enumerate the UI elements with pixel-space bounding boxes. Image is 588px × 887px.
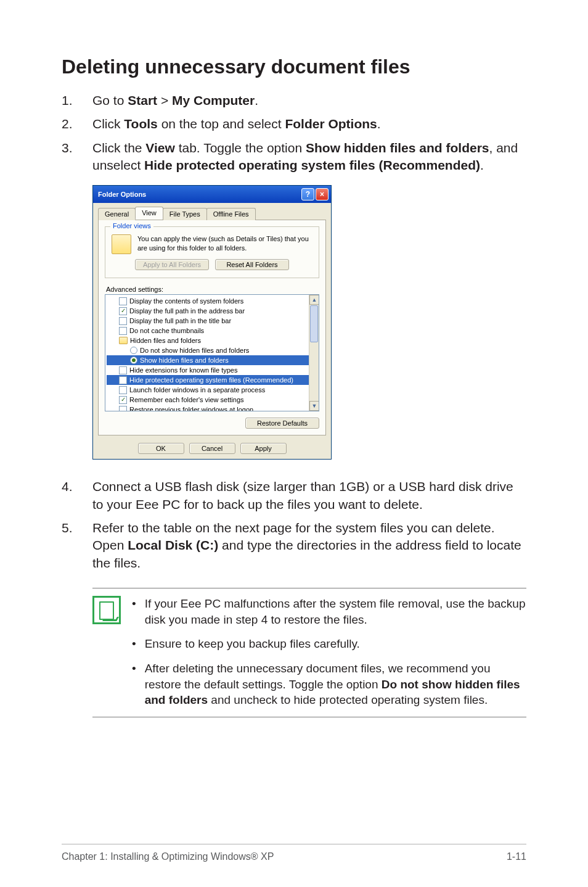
- scrollbar[interactable]: ▲ ▼: [309, 295, 319, 411]
- bold-tools: Tools: [124, 117, 157, 131]
- dialog-title: Folder Options: [98, 191, 146, 198]
- folder-views-row: You can apply the view (such as Details …: [112, 234, 312, 254]
- step-1: 1. Go to Start > My Computer.: [62, 92, 526, 109]
- tree-item[interactable]: Display the full path in the address bar: [107, 306, 319, 316]
- tree-label: Remember each folder's view settings: [129, 395, 244, 405]
- scroll-up-icon[interactable]: ▲: [309, 295, 319, 305]
- page: Deleting unnecessary document files 1. G…: [0, 0, 588, 887]
- tree-label: Hidden files and folders: [130, 336, 201, 345]
- advanced-settings-label: Advanced settings:: [106, 286, 319, 293]
- tab-file-types[interactable]: File Types: [163, 208, 207, 220]
- note-icon: [92, 596, 121, 624]
- checkbox-icon[interactable]: [119, 297, 127, 305]
- cancel-button[interactable]: Cancel: [189, 443, 235, 454]
- titlebar: Folder Options ? ×: [93, 186, 331, 203]
- step-2: 2. Click Tools on the top and select Fol…: [62, 115, 526, 133]
- tree-item-selected[interactable]: Hide protected operating system files (R…: [107, 375, 319, 385]
- text: Click the: [92, 141, 145, 155]
- heading: Deleting unnecessary document files: [62, 56, 526, 78]
- folder-views-text: You can apply the view (such as Details …: [137, 234, 312, 252]
- text: Click: [92, 117, 124, 131]
- checkbox-icon[interactable]: [119, 366, 127, 374]
- folder-options-dialog: Folder Options ? × General View File Typ…: [92, 185, 332, 460]
- step-number: 3.: [62, 139, 92, 175]
- footer-right: 1-11: [507, 851, 526, 862]
- tab-general[interactable]: General: [98, 208, 136, 220]
- bold-show-hidden: Show hidden files and folders: [306, 141, 489, 155]
- note-text: After deleting the unnecessary document …: [145, 661, 526, 708]
- scroll-down-icon[interactable]: ▼: [309, 401, 319, 411]
- tree-item[interactable]: Remember each folder's view settings: [107, 395, 319, 405]
- tree-label: Hide protected operating system files (R…: [129, 375, 293, 385]
- folder-icon: [112, 234, 131, 254]
- scroll-thumb[interactable]: [310, 305, 318, 342]
- radio-icon[interactable]: [130, 357, 137, 364]
- bold-folder-options: Folder Options: [285, 117, 377, 131]
- tree-item[interactable]: Do not show hidden files and folders: [107, 345, 319, 355]
- tree-item[interactable]: Do not cache thumbnails: [107, 326, 319, 336]
- step-text: Refer to the table on the next page for …: [92, 519, 526, 572]
- tree-label: Hide extensions for known file types: [129, 365, 237, 375]
- tab-panel-view: Folder views You can apply the view (suc…: [98, 220, 326, 435]
- apply-all-folders-button[interactable]: Apply to All Folders: [135, 259, 209, 270]
- dialog-screenshot: Folder Options ? × General View File Typ…: [62, 185, 526, 460]
- note-item: •Ensure to keep you backup files careful…: [132, 636, 526, 652]
- tab-view[interactable]: View: [135, 207, 163, 220]
- bullet-icon: •: [132, 636, 136, 652]
- tree-item[interactable]: Launch folder windows in a separate proc…: [107, 385, 319, 395]
- text: Go to: [92, 93, 128, 107]
- tree-item[interactable]: Display the contents of system folders: [107, 296, 319, 306]
- titlebar-buttons: ? ×: [301, 188, 329, 200]
- tree-label: Do not show hidden files and folders: [140, 345, 249, 355]
- advanced-settings-tree[interactable]: Display the contents of system folders D…: [105, 294, 319, 411]
- text: tab. Toggle the option: [175, 141, 306, 155]
- dialog-body: General View File Types Offline Files Fo…: [93, 203, 331, 459]
- restore-defaults-button[interactable]: Restore Defaults: [245, 418, 319, 429]
- bold-view: View: [145, 141, 174, 155]
- folder-icon: [119, 337, 128, 344]
- checkbox-icon[interactable]: [119, 406, 127, 412]
- tree-label: Restore previous folder windows at logon: [129, 405, 253, 411]
- tree-label: Show hidden files and folders: [140, 355, 229, 365]
- checkbox-icon[interactable]: [119, 327, 127, 335]
- text: >: [157, 93, 172, 107]
- bullet-icon: •: [132, 596, 136, 627]
- checkbox-icon[interactable]: [119, 396, 127, 404]
- note-text: If your Eee PC malfunctions after the sy…: [145, 596, 526, 627]
- tree-item[interactable]: Hidden files and folders: [107, 336, 319, 345]
- radio-icon[interactable]: [130, 347, 137, 354]
- text: .: [480, 158, 484, 172]
- folder-views-buttons: Apply to All Folders Reset All Folders: [112, 259, 312, 270]
- apply-button[interactable]: Apply: [240, 443, 287, 454]
- text: on the top and select: [158, 117, 285, 131]
- note-list: •If your Eee PC malfunctions after the s…: [132, 596, 526, 708]
- footer-left: Chapter 1: Installing & Optimizing Windo…: [62, 851, 274, 862]
- step-number: 1.: [62, 92, 92, 109]
- close-button[interactable]: ×: [316, 188, 329, 200]
- bold-mycomputer: My Computer: [172, 93, 255, 107]
- checkbox-icon[interactable]: [119, 307, 127, 315]
- text: and uncheck to hide protected operating …: [208, 693, 488, 706]
- tree-label: Launch folder windows in a separate proc…: [129, 385, 265, 395]
- bullet-icon: •: [132, 661, 136, 708]
- restore-row: Restore Defaults: [105, 418, 319, 429]
- group-legend: Folder views: [110, 222, 153, 229]
- checkbox-icon[interactable]: [119, 386, 127, 394]
- tree-label: Display the full path in the address bar: [129, 306, 245, 316]
- steps-list: 1. Go to Start > My Computer. 2. Click T…: [62, 92, 526, 174]
- step-3: 3. Click the View tab. Toggle the option…: [62, 139, 526, 175]
- folder-views-group: Folder views You can apply the view (suc…: [105, 226, 319, 278]
- checkbox-icon[interactable]: [119, 376, 127, 384]
- tree-item[interactable]: Show hidden files and folders: [107, 355, 319, 365]
- tab-offline-files[interactable]: Offline Files: [206, 208, 256, 220]
- reset-all-folders-button[interactable]: Reset All Folders: [215, 259, 289, 270]
- tree-item[interactable]: Restore previous folder windows at logon: [107, 405, 319, 411]
- ok-button[interactable]: OK: [138, 443, 184, 454]
- tree-item[interactable]: Hide extensions for known file types: [107, 365, 319, 375]
- checkbox-icon[interactable]: [119, 317, 127, 325]
- step-text: Connect a USB flash disk (size larger th…: [92, 478, 526, 513]
- help-button[interactable]: ?: [301, 188, 314, 200]
- step-text: Click Tools on the top and select Folder…: [92, 115, 526, 133]
- tree-item[interactable]: Display the full path in the title bar: [107, 316, 319, 326]
- tree-label: Display the full path in the title bar: [129, 316, 231, 326]
